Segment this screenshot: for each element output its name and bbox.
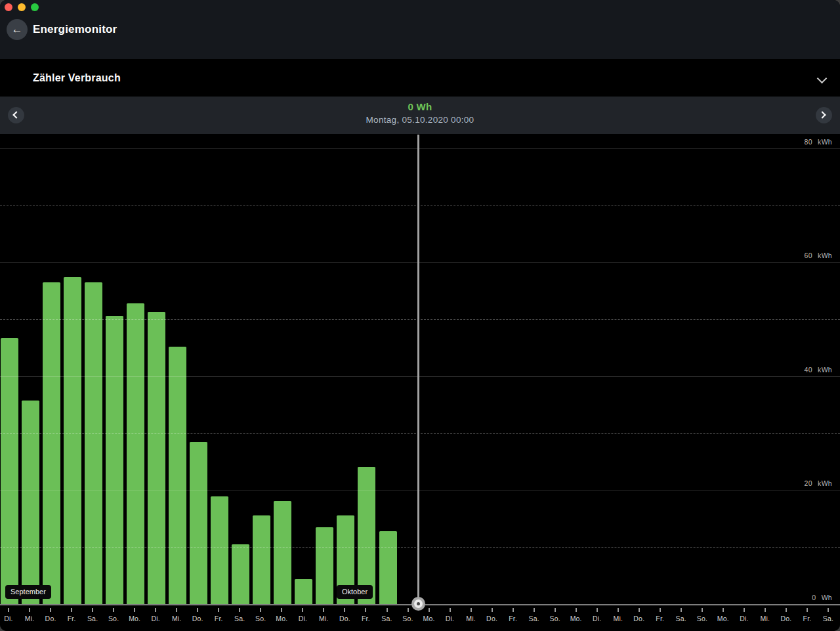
x-tick-mark (408, 608, 409, 612)
bar-day-17[interactable] (358, 467, 375, 604)
gridline-20 (0, 490, 840, 490)
x-tick-mark (281, 608, 282, 612)
x-axis-label: Sa. (229, 615, 250, 622)
x-tick-mark (197, 608, 198, 612)
x-tick-mark (323, 608, 324, 612)
bar-day-4[interactable] (85, 282, 102, 604)
page-title: Energiemonitor (33, 23, 117, 36)
x-axis-label: Do. (40, 615, 61, 622)
bar-day-9[interactable] (190, 442, 207, 604)
x-tick-mark (471, 608, 472, 612)
time-slider-handle[interactable] (411, 597, 425, 611)
gridline-80 (0, 148, 840, 149)
bar-day-0[interactable] (1, 338, 18, 604)
x-axis-label: Mi. (608, 615, 629, 622)
bar-day-12[interactable] (253, 515, 270, 604)
x-axis-label: Do. (776, 615, 797, 622)
x-tick-mark (807, 608, 808, 612)
gridline-40 (0, 376, 840, 377)
x-axis-label: Do. (187, 615, 208, 622)
x-axis-label: Sa. (524, 615, 545, 622)
gridline-dashed-70 (0, 205, 840, 206)
x-axis-label: Mo. (271, 615, 292, 622)
bar-day-7[interactable] (148, 312, 165, 604)
x-tick-mark (92, 608, 93, 612)
x-axis-label: Mo. (419, 615, 440, 622)
x-tick-mark (134, 608, 135, 612)
month-tag-oktober: Oktober (337, 585, 373, 599)
x-axis-label: Fr. (650, 615, 671, 622)
close-window-button[interactable] (5, 3, 12, 11)
x-axis-label: Di. (440, 615, 461, 622)
x-axis-label: So. (545, 615, 566, 622)
x-tick-mark (534, 608, 535, 612)
x-tick-mark (155, 608, 156, 612)
month-tag-september: September (5, 585, 51, 599)
x-axis-label: So. (692, 615, 713, 622)
x-tick-mark (492, 608, 493, 612)
x-axis-label: So. (398, 615, 419, 622)
x-axis-label: Di. (292, 615, 313, 622)
x-tick-mark (239, 608, 240, 612)
app-header: ← Energiemonitor (0, 0, 840, 59)
x-tick-mark (513, 608, 514, 612)
x-axis-label: Fr. (797, 615, 818, 622)
bar-day-5[interactable] (106, 316, 123, 604)
x-tick-mark (765, 608, 766, 612)
x-axis-label: Sa. (377, 615, 398, 622)
minimize-window-button[interactable] (18, 3, 26, 11)
bar-day-11[interactable] (232, 544, 249, 604)
x-tick-mark (555, 608, 556, 612)
x-tick-mark (660, 608, 661, 612)
x-tick-mark (71, 608, 72, 612)
gridline-dashed-30 (0, 433, 840, 434)
bar-day-18[interactable] (379, 531, 397, 604)
x-tick-mark (639, 608, 640, 612)
meter-select-label: Zähler Verbrauch (33, 72, 121, 84)
bar-day-3[interactable] (64, 277, 81, 604)
x-axis-label: Do. (334, 615, 355, 622)
x-axis-label: Mi. (166, 615, 187, 622)
energy-bar-chart: 80 kWh60 kWh40 kWh20 kWh0 WhDi.Mi.Do.Fr.… (0, 134, 840, 631)
bar-day-15[interactable] (316, 527, 333, 604)
date-navigation-bar: 0 Wh Montag, 05.10.2020 00:00 (0, 97, 840, 134)
x-axis-label: Fr. (61, 615, 82, 622)
x-axis-label: Di. (587, 615, 608, 622)
bar-day-8[interactable] (169, 347, 186, 604)
x-tick-mark (576, 608, 577, 612)
x-axis-label: So. (250, 615, 271, 622)
y-axis-label: 20 kWh (805, 479, 832, 487)
x-tick-mark (218, 608, 219, 612)
bar-day-1[interactable] (22, 401, 39, 604)
x-axis-label: Mi. (755, 615, 776, 622)
bar-day-14[interactable] (295, 579, 312, 604)
x-tick-mark (176, 608, 177, 612)
back-button[interactable]: ← (7, 19, 28, 40)
app-window: ← Energiemonitor Zähler Verbrauch 0 Wh M… (0, 0, 840, 631)
selected-value: 0 Wh (0, 101, 840, 112)
y-axis-label: 60 kWh (805, 251, 832, 259)
bar-day-10[interactable] (211, 496, 228, 604)
traffic-lights (5, 3, 39, 11)
x-tick-mark (744, 608, 745, 612)
x-axis-label: Sa. (82, 615, 103, 622)
x-tick-mark (450, 608, 451, 612)
selected-reading: 0 Wh Montag, 05.10.2020 00:00 (0, 101, 840, 125)
x-tick-mark (597, 608, 598, 612)
meter-select-dropdown[interactable]: Zähler Verbrauch (0, 59, 840, 97)
x-axis-label: Mi. (19, 615, 40, 622)
x-tick-mark (29, 608, 30, 612)
gridline-dashed-50 (0, 319, 840, 320)
zoom-window-button[interactable] (31, 3, 39, 11)
x-tick-mark (8, 608, 9, 612)
x-axis-label: Do. (629, 615, 650, 622)
x-axis-label: Fr. (208, 615, 229, 622)
bar-day-13[interactable] (274, 501, 291, 604)
x-tick-mark (828, 608, 829, 612)
x-tick-mark (786, 608, 787, 612)
bar-day-6[interactable] (127, 303, 144, 604)
x-tick-mark (113, 608, 114, 612)
x-tick-mark (302, 608, 303, 612)
x-tick-mark (702, 608, 703, 612)
bar-day-2[interactable] (43, 282, 60, 604)
